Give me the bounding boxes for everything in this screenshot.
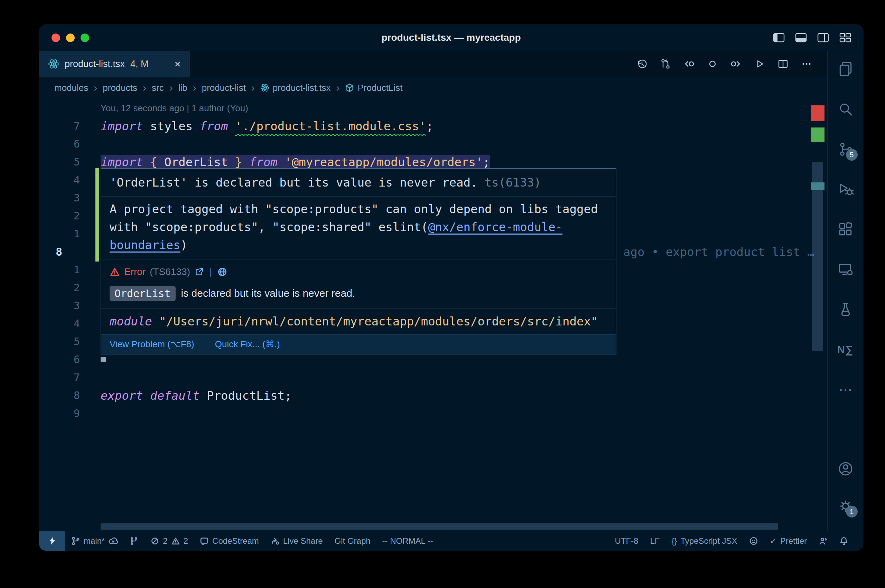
remote-indicator[interactable] bbox=[39, 531, 65, 551]
line-number[interactable]: 5 bbox=[53, 333, 80, 351]
breadcrumb-symbol[interactable]: ProductList bbox=[345, 82, 403, 93]
breadcrumb-modules[interactable]: modules bbox=[54, 82, 88, 93]
remote-explorer-icon[interactable] bbox=[837, 261, 854, 278]
code-editor[interactable]: 7 6 5 4 3 2 1 8 1 2 3 4 5 6 7 8 9 You, 1… bbox=[39, 99, 827, 531]
brace-close: } bbox=[235, 155, 242, 169]
vim-mode-indicator[interactable]: -- NORMAL -- bbox=[376, 536, 439, 546]
customize-layout-icon[interactable] bbox=[839, 32, 852, 43]
notifications-item[interactable] bbox=[834, 537, 854, 546]
space bbox=[242, 155, 249, 169]
git-compare-icon[interactable] bbox=[660, 58, 671, 69]
extensions-icon[interactable] bbox=[837, 221, 854, 238]
line-number[interactable]: 6 bbox=[53, 351, 80, 369]
breadcrumb-product-list[interactable]: product-list bbox=[202, 82, 246, 93]
tab-dirty-badge: 4, M bbox=[130, 59, 149, 69]
line-number[interactable]: 6 bbox=[53, 135, 80, 153]
module-path-line: module "/Users/juri/nrwl/content/myreact… bbox=[101, 308, 616, 334]
split-editor-icon[interactable] bbox=[777, 58, 789, 69]
line-number[interactable]: 3 bbox=[53, 189, 80, 207]
codelens-blame[interactable]: You, 12 seconds ago | 1 author (You) bbox=[101, 99, 807, 117]
tab-label: product-list.tsx bbox=[65, 59, 125, 69]
prettier-item[interactable]: ✓ Prettier bbox=[764, 536, 813, 546]
nx-glyph: N∑ bbox=[837, 344, 853, 356]
run-file-icon[interactable] bbox=[754, 58, 765, 69]
eol-item[interactable]: LF bbox=[644, 536, 666, 546]
space bbox=[143, 155, 150, 169]
encoding-item[interactable]: UTF-8 bbox=[609, 536, 644, 546]
nx-rule-link[interactable]: @nx/enforce-module- bbox=[428, 220, 562, 234]
line-number[interactable]: 4 bbox=[53, 171, 80, 189]
bell-icon bbox=[839, 537, 848, 546]
close-window-button[interactable] bbox=[51, 33, 60, 42]
language-mode-item[interactable]: {} TypeScript JSX bbox=[666, 536, 743, 546]
vertical-scrollbar[interactable] bbox=[812, 162, 823, 351]
current-line-number[interactable]: 8 bbox=[53, 243, 80, 261]
tab-product-list[interactable]: product-list.tsx 4, M × bbox=[39, 51, 190, 77]
globe-icon[interactable] bbox=[218, 267, 227, 277]
keyword-from: from bbox=[249, 155, 278, 169]
line-number[interactable]: 1 bbox=[53, 261, 80, 279]
nx-rule-link-continued[interactable]: boundaries bbox=[110, 238, 180, 252]
run-debug-icon[interactable] bbox=[837, 181, 854, 198]
line-number[interactable]: 5 bbox=[53, 153, 80, 171]
brace-open: { bbox=[150, 155, 157, 169]
testing-flask-icon[interactable] bbox=[837, 301, 854, 318]
quick-fix-button[interactable]: Quick Fix... (⌘.) bbox=[215, 339, 280, 350]
problems-item[interactable]: 2 2 bbox=[144, 536, 194, 546]
line-number[interactable]: 4 bbox=[53, 315, 80, 333]
code-line-export[interactable]: export default ProductList; bbox=[101, 387, 807, 405]
hover-resize-grip[interactable] bbox=[101, 357, 106, 362]
breadcrumb-src[interactable]: src bbox=[152, 82, 164, 93]
chevron-right-icon: › bbox=[193, 82, 196, 94]
additional-views-icon[interactable]: ⋯ bbox=[837, 381, 854, 398]
source-control-icon[interactable]: 5 bbox=[837, 141, 854, 158]
nx-console-icon[interactable]: N∑ bbox=[837, 341, 854, 358]
git-branch-item[interactable]: main* bbox=[65, 536, 124, 546]
horizontal-scrollbar-thumb[interactable] bbox=[101, 524, 778, 530]
toggle-panel-icon[interactable] bbox=[795, 32, 807, 43]
eslint-line2: with "scope:products", "scope:shared" es… bbox=[110, 220, 428, 234]
breadcrumb: modules › products › src › lib › product… bbox=[39, 77, 827, 99]
git-graph-button[interactable] bbox=[124, 537, 144, 546]
next-change-icon[interactable] bbox=[730, 58, 742, 69]
breadcrumb-file[interactable]: product-list.tsx bbox=[260, 82, 331, 93]
open-changes-icon[interactable] bbox=[707, 58, 718, 69]
titlebar: product-list.tsx — myreactapp bbox=[39, 24, 863, 51]
git-graph-label-item[interactable]: Git Graph bbox=[329, 536, 376, 546]
view-problem-button[interactable]: View Problem (⌥F8) bbox=[110, 339, 194, 350]
github-item[interactable] bbox=[743, 537, 764, 546]
explorer-icon[interactable] bbox=[837, 60, 854, 78]
breadcrumb-products[interactable]: products bbox=[103, 82, 137, 93]
horizontal-scrollbar[interactable] bbox=[101, 524, 778, 530]
settings-gear-icon[interactable]: 1 bbox=[837, 498, 854, 515]
feedback-item[interactable] bbox=[813, 537, 834, 546]
code-line-import-styles[interactable]: import styles from './product-list.modul… bbox=[101, 117, 807, 135]
accounts-icon[interactable] bbox=[837, 460, 854, 477]
toggle-sidebar-left-icon[interactable] bbox=[773, 32, 785, 43]
minimize-window-button[interactable] bbox=[66, 33, 75, 42]
line-number[interactable]: 3 bbox=[53, 297, 80, 315]
search-icon[interactable] bbox=[837, 100, 854, 118]
error-detail-message: is declared but its value is never read. bbox=[181, 287, 355, 299]
ts-error-source: ts(6133) bbox=[484, 176, 541, 189]
tab-close-icon[interactable]: × bbox=[174, 58, 181, 69]
line-number[interactable]: 1 bbox=[53, 225, 80, 243]
codestream-item[interactable]: CodeStream bbox=[194, 536, 265, 546]
feedback-person-icon bbox=[819, 537, 828, 546]
line-number[interactable]: 9 bbox=[53, 405, 80, 423]
previous-change-icon[interactable] bbox=[684, 58, 694, 69]
timeline-history-icon[interactable] bbox=[636, 58, 648, 69]
statusbar-right: UTF-8 LF {} TypeScript JSX ✓ Prettier bbox=[609, 536, 863, 546]
line-number[interactable]: 7 bbox=[53, 117, 80, 135]
zoom-window-button[interactable] bbox=[81, 33, 89, 42]
live-share-item[interactable]: Live Share bbox=[265, 536, 329, 546]
toggle-sidebar-right-icon[interactable] bbox=[817, 32, 829, 43]
line-number[interactable]: 2 bbox=[53, 279, 80, 297]
more-actions-icon[interactable] bbox=[801, 58, 812, 69]
publish-cloud-icon bbox=[108, 537, 118, 546]
line-number[interactable]: 7 bbox=[53, 369, 80, 387]
open-external-icon[interactable] bbox=[194, 267, 204, 277]
line-number[interactable]: 8 bbox=[53, 387, 80, 405]
line-number[interactable]: 2 bbox=[53, 207, 80, 225]
breadcrumb-lib[interactable]: lib bbox=[178, 82, 187, 93]
